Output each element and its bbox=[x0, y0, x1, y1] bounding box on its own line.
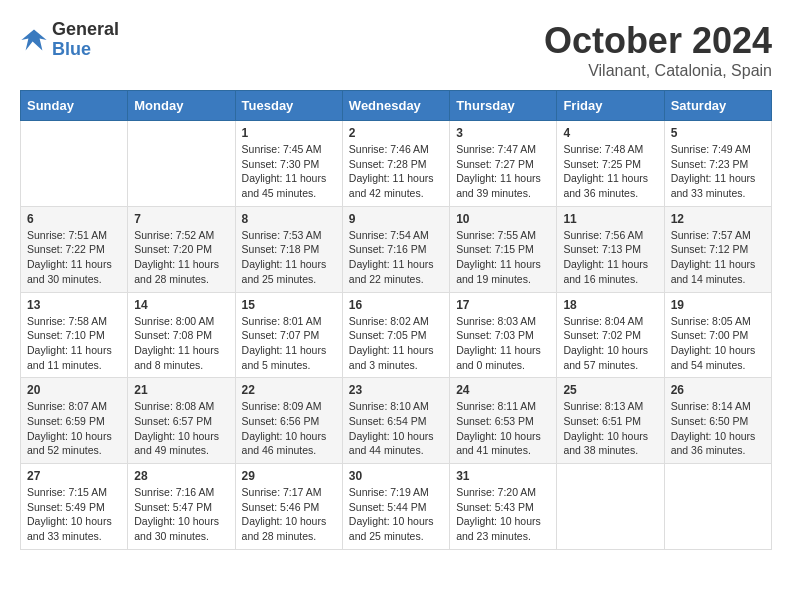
weekday-header-saturday: Saturday bbox=[664, 91, 771, 121]
day-info: Sunrise: 7:19 AM Sunset: 5:44 PM Dayligh… bbox=[349, 485, 443, 544]
day-info: Sunrise: 7:58 AM Sunset: 7:10 PM Dayligh… bbox=[27, 314, 121, 373]
day-info: Sunrise: 8:00 AM Sunset: 7:08 PM Dayligh… bbox=[134, 314, 228, 373]
calendar-cell: 10Sunrise: 7:55 AM Sunset: 7:15 PM Dayli… bbox=[450, 206, 557, 292]
calendar-cell: 18Sunrise: 8:04 AM Sunset: 7:02 PM Dayli… bbox=[557, 292, 664, 378]
weekday-header-monday: Monday bbox=[128, 91, 235, 121]
calendar-cell: 22Sunrise: 8:09 AM Sunset: 6:56 PM Dayli… bbox=[235, 378, 342, 464]
calendar-week-row: 6Sunrise: 7:51 AM Sunset: 7:22 PM Daylig… bbox=[21, 206, 772, 292]
day-number: 9 bbox=[349, 212, 443, 226]
day-info: Sunrise: 7:46 AM Sunset: 7:28 PM Dayligh… bbox=[349, 142, 443, 201]
weekday-header-wednesday: Wednesday bbox=[342, 91, 449, 121]
month-title: October 2024 bbox=[544, 20, 772, 62]
day-info: Sunrise: 7:15 AM Sunset: 5:49 PM Dayligh… bbox=[27, 485, 121, 544]
day-number: 5 bbox=[671, 126, 765, 140]
location-subtitle: Vilanant, Catalonia, Spain bbox=[544, 62, 772, 80]
day-number: 25 bbox=[563, 383, 657, 397]
day-info: Sunrise: 7:20 AM Sunset: 5:43 PM Dayligh… bbox=[456, 485, 550, 544]
day-info: Sunrise: 8:08 AM Sunset: 6:57 PM Dayligh… bbox=[134, 399, 228, 458]
day-number: 24 bbox=[456, 383, 550, 397]
calendar-cell: 8Sunrise: 7:53 AM Sunset: 7:18 PM Daylig… bbox=[235, 206, 342, 292]
day-number: 8 bbox=[242, 212, 336, 226]
calendar-cell: 2Sunrise: 7:46 AM Sunset: 7:28 PM Daylig… bbox=[342, 121, 449, 207]
day-info: Sunrise: 8:13 AM Sunset: 6:51 PM Dayligh… bbox=[563, 399, 657, 458]
day-number: 30 bbox=[349, 469, 443, 483]
day-info: Sunrise: 7:53 AM Sunset: 7:18 PM Dayligh… bbox=[242, 228, 336, 287]
day-number: 27 bbox=[27, 469, 121, 483]
day-info: Sunrise: 7:57 AM Sunset: 7:12 PM Dayligh… bbox=[671, 228, 765, 287]
weekday-header-tuesday: Tuesday bbox=[235, 91, 342, 121]
weekday-header-thursday: Thursday bbox=[450, 91, 557, 121]
calendar-cell: 25Sunrise: 8:13 AM Sunset: 6:51 PM Dayli… bbox=[557, 378, 664, 464]
day-info: Sunrise: 8:07 AM Sunset: 6:59 PM Dayligh… bbox=[27, 399, 121, 458]
day-info: Sunrise: 8:05 AM Sunset: 7:00 PM Dayligh… bbox=[671, 314, 765, 373]
day-info: Sunrise: 8:10 AM Sunset: 6:54 PM Dayligh… bbox=[349, 399, 443, 458]
day-info: Sunrise: 8:14 AM Sunset: 6:50 PM Dayligh… bbox=[671, 399, 765, 458]
calendar-week-row: 13Sunrise: 7:58 AM Sunset: 7:10 PM Dayli… bbox=[21, 292, 772, 378]
day-number: 10 bbox=[456, 212, 550, 226]
calendar-cell: 23Sunrise: 8:10 AM Sunset: 6:54 PM Dayli… bbox=[342, 378, 449, 464]
calendar-cell: 3Sunrise: 7:47 AM Sunset: 7:27 PM Daylig… bbox=[450, 121, 557, 207]
day-info: Sunrise: 8:02 AM Sunset: 7:05 PM Dayligh… bbox=[349, 314, 443, 373]
day-number: 22 bbox=[242, 383, 336, 397]
day-info: Sunrise: 7:52 AM Sunset: 7:20 PM Dayligh… bbox=[134, 228, 228, 287]
calendar-cell: 7Sunrise: 7:52 AM Sunset: 7:20 PM Daylig… bbox=[128, 206, 235, 292]
day-number: 23 bbox=[349, 383, 443, 397]
day-number: 15 bbox=[242, 298, 336, 312]
calendar-cell: 9Sunrise: 7:54 AM Sunset: 7:16 PM Daylig… bbox=[342, 206, 449, 292]
day-number: 7 bbox=[134, 212, 228, 226]
weekday-header-friday: Friday bbox=[557, 91, 664, 121]
day-info: Sunrise: 7:48 AM Sunset: 7:25 PM Dayligh… bbox=[563, 142, 657, 201]
calendar-cell bbox=[664, 464, 771, 550]
day-number: 19 bbox=[671, 298, 765, 312]
calendar-cell bbox=[21, 121, 128, 207]
logo-general: General bbox=[52, 19, 119, 39]
day-info: Sunrise: 7:17 AM Sunset: 5:46 PM Dayligh… bbox=[242, 485, 336, 544]
logo-blue: Blue bbox=[52, 39, 91, 59]
day-number: 26 bbox=[671, 383, 765, 397]
day-info: Sunrise: 7:55 AM Sunset: 7:15 PM Dayligh… bbox=[456, 228, 550, 287]
day-number: 29 bbox=[242, 469, 336, 483]
calendar-cell: 16Sunrise: 8:02 AM Sunset: 7:05 PM Dayli… bbox=[342, 292, 449, 378]
day-info: Sunrise: 8:01 AM Sunset: 7:07 PM Dayligh… bbox=[242, 314, 336, 373]
calendar-cell bbox=[557, 464, 664, 550]
svg-marker-0 bbox=[21, 29, 46, 50]
calendar-cell: 5Sunrise: 7:49 AM Sunset: 7:23 PM Daylig… bbox=[664, 121, 771, 207]
day-info: Sunrise: 7:16 AM Sunset: 5:47 PM Dayligh… bbox=[134, 485, 228, 544]
calendar-cell: 21Sunrise: 8:08 AM Sunset: 6:57 PM Dayli… bbox=[128, 378, 235, 464]
day-number: 17 bbox=[456, 298, 550, 312]
calendar-cell bbox=[128, 121, 235, 207]
calendar-cell: 12Sunrise: 7:57 AM Sunset: 7:12 PM Dayli… bbox=[664, 206, 771, 292]
page-header: General Blue October 2024 Vilanant, Cata… bbox=[20, 20, 772, 80]
calendar-cell: 29Sunrise: 7:17 AM Sunset: 5:46 PM Dayli… bbox=[235, 464, 342, 550]
day-info: Sunrise: 8:11 AM Sunset: 6:53 PM Dayligh… bbox=[456, 399, 550, 458]
day-number: 14 bbox=[134, 298, 228, 312]
calendar-week-row: 20Sunrise: 8:07 AM Sunset: 6:59 PM Dayli… bbox=[21, 378, 772, 464]
calendar-cell: 17Sunrise: 8:03 AM Sunset: 7:03 PM Dayli… bbox=[450, 292, 557, 378]
day-info: Sunrise: 7:51 AM Sunset: 7:22 PM Dayligh… bbox=[27, 228, 121, 287]
day-info: Sunrise: 7:54 AM Sunset: 7:16 PM Dayligh… bbox=[349, 228, 443, 287]
day-number: 2 bbox=[349, 126, 443, 140]
day-number: 13 bbox=[27, 298, 121, 312]
calendar-cell: 6Sunrise: 7:51 AM Sunset: 7:22 PM Daylig… bbox=[21, 206, 128, 292]
day-info: Sunrise: 7:49 AM Sunset: 7:23 PM Dayligh… bbox=[671, 142, 765, 201]
logo-bird-icon bbox=[20, 26, 48, 54]
day-number: 6 bbox=[27, 212, 121, 226]
title-block: October 2024 Vilanant, Catalonia, Spain bbox=[544, 20, 772, 80]
calendar-week-row: 27Sunrise: 7:15 AM Sunset: 5:49 PM Dayli… bbox=[21, 464, 772, 550]
day-number: 31 bbox=[456, 469, 550, 483]
calendar-cell: 31Sunrise: 7:20 AM Sunset: 5:43 PM Dayli… bbox=[450, 464, 557, 550]
calendar-cell: 4Sunrise: 7:48 AM Sunset: 7:25 PM Daylig… bbox=[557, 121, 664, 207]
day-number: 20 bbox=[27, 383, 121, 397]
day-info: Sunrise: 7:45 AM Sunset: 7:30 PM Dayligh… bbox=[242, 142, 336, 201]
calendar-cell: 27Sunrise: 7:15 AM Sunset: 5:49 PM Dayli… bbox=[21, 464, 128, 550]
calendar-cell: 19Sunrise: 8:05 AM Sunset: 7:00 PM Dayli… bbox=[664, 292, 771, 378]
logo: General Blue bbox=[20, 20, 119, 60]
day-info: Sunrise: 7:56 AM Sunset: 7:13 PM Dayligh… bbox=[563, 228, 657, 287]
weekday-header-sunday: Sunday bbox=[21, 91, 128, 121]
calendar-table: SundayMondayTuesdayWednesdayThursdayFrid… bbox=[20, 90, 772, 550]
calendar-cell: 20Sunrise: 8:07 AM Sunset: 6:59 PM Dayli… bbox=[21, 378, 128, 464]
calendar-cell: 13Sunrise: 7:58 AM Sunset: 7:10 PM Dayli… bbox=[21, 292, 128, 378]
weekday-header-row: SundayMondayTuesdayWednesdayThursdayFrid… bbox=[21, 91, 772, 121]
day-number: 21 bbox=[134, 383, 228, 397]
day-number: 3 bbox=[456, 126, 550, 140]
